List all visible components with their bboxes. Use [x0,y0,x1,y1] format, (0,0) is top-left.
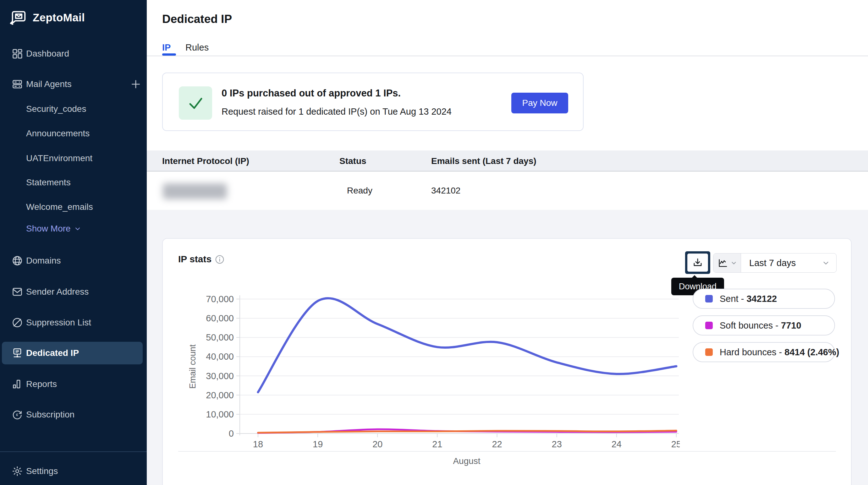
notice-subtitle: Request raised for 1 dedicated IP(s) on … [222,106,452,117]
success-check-badge [179,86,212,120]
sidebar-item-dashboard[interactable]: Dashboard [0,47,147,61]
legend-value: 8414 (2.46%) [784,347,839,357]
legend-item-sent[interactable]: Sent - 342122 [693,289,835,309]
sidebar-item-label: Sender Address [26,287,89,297]
tab-rules[interactable]: Rules [185,41,209,54]
brand-name: ZeptoMail [33,11,85,24]
subscription-icon: ¢ [11,409,23,421]
download-icon [692,257,704,268]
domains-icon [11,255,23,267]
sidebar-item-suppression-list[interactable]: Suppression List [0,316,147,329]
download-button-face [687,254,708,272]
suppression-icon [11,317,23,329]
column-header-emails-sent: Emails sent (Last 7 days) [431,151,536,171]
sidebar-item-label: Settings [26,466,58,476]
sent-swatch [705,295,713,302]
x-axis-title: August [435,456,498,466]
ip-redacted-value [163,184,227,199]
line-chart-icon [717,257,728,268]
show-more-label: Show More [26,224,71,234]
sidebar-item-label: Reports [26,379,57,389]
reports-icon [11,378,23,390]
table-row[interactable]: Ready 342102 [147,171,868,210]
ip-stats-title: IP stats [178,254,212,264]
sidebar-item-settings[interactable]: Settings [0,464,147,478]
sidebar-item-sender-address[interactable]: Sender Address [0,285,147,299]
legend-value: 342122 [746,294,777,304]
sidebar-show-more[interactable]: Show More [26,222,82,235]
legend-label: Sent - [720,294,744,304]
sidebar-item-label: Domains [26,256,61,266]
dashboard-icon [11,48,23,60]
emails-sent-cell: 342102 [431,171,460,210]
sidebar-item-subscription[interactable]: ¢ Subscription [0,408,147,422]
sidebar-item-dedicated-ip[interactable]: IP Dedicated IP [0,346,147,360]
notice-title: 0 IPs purchased out of approved 1 IPs. [222,88,401,99]
sidebar-item-security-codes[interactable]: Security_codes [26,103,86,115]
add-mail-agent-icon[interactable] [129,78,142,91]
pay-now-button[interactable]: Pay Now [511,93,568,114]
envelope-icon [11,286,23,298]
active-tab-underline [162,54,176,56]
sidebar-item-label: Subscription [26,410,74,420]
page: ZeptoMail Dashboard Mail Agents Security… [0,0,868,485]
ip-table-header: Internet Protocol (IP) Status Emails sen… [147,151,868,171]
sidebar-item-label: Dashboard [26,49,69,59]
y-axis-title: Email count [188,318,198,415]
purchase-notice-card: 0 IPs purchased out of approved 1 IPs. R… [162,72,584,131]
gear-icon [11,465,23,477]
soft-bounces-swatch [705,322,713,329]
tab-ip[interactable]: IP [162,41,170,54]
mail-agents-icon [11,78,23,90]
legend-item-hard-bounces[interactable]: Hard bounces - 8414 (2.46%) [693,342,835,362]
sidebar-item-label: Suppression List [26,318,91,328]
chevron-down-icon [730,259,737,266]
sidebar-item-welcome-emails[interactable]: Welcome_emails [26,201,93,213]
sidebar: ZeptoMail Dashboard Mail Agents Security… [0,0,147,485]
zeptomail-logo-icon [9,8,28,27]
page-title: Dedicated IP [162,12,232,26]
download-button[interactable] [685,251,710,274]
checkmark-icon [184,92,207,114]
brand[interactable]: ZeptoMail [9,8,85,27]
chevron-down-icon [822,259,830,267]
svg-text:IP: IP [16,350,19,353]
legend-label: Soft bounces - [720,320,778,331]
sidebar-item-mail-agents[interactable]: Mail Agents [0,77,147,91]
chart-controls-group: Last 7 days [713,253,837,273]
sidebar-item-label: Mail Agents [26,79,72,89]
hard-bounces-swatch [705,348,713,356]
svg-text:¢: ¢ [16,413,18,417]
date-range-select[interactable]: Last 7 days [741,254,837,272]
legend-item-soft-bounces[interactable]: Soft bounces - 7710 [693,315,835,335]
chart-type-button[interactable] [713,254,741,272]
column-header-ip: Internet Protocol (IP) [162,151,249,171]
status-cell: Ready [347,171,372,210]
dedicated-ip-icon: IP [11,347,23,359]
tabs-divider [147,56,868,56]
date-range-value: Last 7 days [749,258,796,268]
sidebar-item-label: Dedicated IP [26,348,79,358]
sidebar-item-domains[interactable]: Domains [0,254,147,268]
sidebar-item-statements[interactable]: Statements [26,176,71,189]
sidebar-item-announcements[interactable]: Announcements [26,127,90,140]
sidebar-item-uatenvironment[interactable]: UATEnvironment [26,152,92,165]
info-icon[interactable] [215,254,225,264]
legend-label: Hard bounces - [720,347,782,357]
column-header-status: Status [339,151,366,171]
sidebar-item-reports[interactable]: Reports [0,377,147,391]
sidebar-divider [0,451,147,452]
chevron-down-icon [74,225,82,232]
legend-value: 7710 [781,320,801,331]
